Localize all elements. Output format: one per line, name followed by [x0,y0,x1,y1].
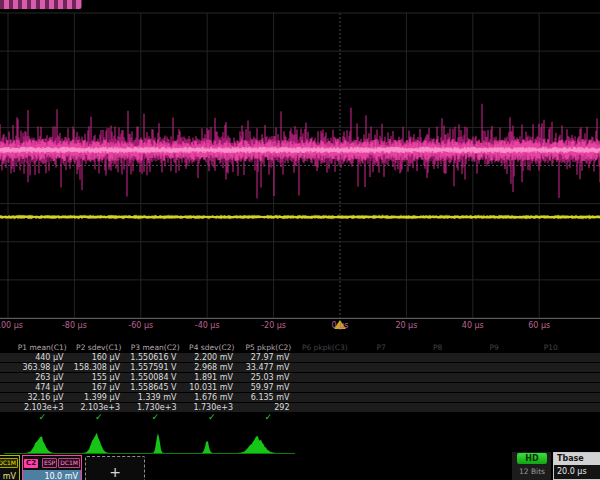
param-value: 2.103e+3 [71,403,128,412]
c1-coupling-tag: DC1M [0,458,18,468]
param-histicon[interactable] [233,436,281,453]
param-histicon[interactable] [80,433,112,453]
param-header[interactable]: P4 sdev(C2) [184,342,241,353]
timebase-descriptor[interactable]: Tbase 20.0 µs [553,452,600,480]
param-header[interactable]: P11 [579,342,600,353]
param-value: 1.557591 V [127,363,184,372]
param-header[interactable]: P9 [466,342,523,353]
param-value: 474 µV [14,383,71,392]
c1-vertical-scale: 20.0 mV [0,470,19,480]
param-value: 167 µV [71,383,128,392]
param-value [353,353,410,362]
time-tick-label: -100 µs [0,321,38,330]
param-value: 1.339 mV [127,393,184,402]
param-value: 6.135 mV [240,393,297,402]
param-histicon[interactable] [151,433,165,453]
param-value-row: 474 µV167 µV1.558645 V10.031 mV59.97 mV [0,383,600,393]
param-value [297,393,354,402]
param-header[interactable]: P6 pkpk(C3) [297,342,354,353]
param-header[interactable]: P3 mean(C2) [127,342,184,353]
param-status-check: ✓ [127,413,184,422]
param-value-row: 263 µV155 µV1.550084 V1.891 mV25.03 mV [0,373,600,383]
param-status-check: ✓ [71,413,128,422]
param-status-check: ✓ [184,413,241,422]
param-value [466,353,523,362]
param-value [466,403,523,412]
param-value: 33.477 mV [240,363,297,372]
param-value: 263 µV [14,373,71,382]
channel-c2-descriptor[interactable]: C2 ESP DC1M 10.0 mV [22,455,82,480]
param-value [297,403,354,412]
param-value: 1.891 mV [184,373,241,382]
param-value: 2.968 mV [184,363,241,372]
channel-c1-descriptor[interactable]: DC1M 20.0 mV [0,455,20,480]
param-header[interactable]: P8 [410,342,467,353]
param-value [410,353,467,362]
c2-vertical-scale: 10.0 mV [23,470,81,480]
time-tick-label: -20 µs [244,321,304,330]
param-value [297,383,354,392]
param-header[interactable]: P1 mean(C1) [14,342,71,353]
param-value [523,363,580,372]
param-value: 1.399 µV [71,393,128,402]
c2-esp-tag: ESP [42,458,57,468]
param-value-row: 440 µV160 µV1.550616 V2.200 mV27.97 mV [0,353,600,363]
param-value [353,393,410,402]
param-header[interactable]: P7 [353,342,410,353]
param-value [466,393,523,402]
param-value: 1.730e+3 [184,403,241,412]
time-tick-label: -60 µs [111,321,171,330]
time-tick-label: 60 µs [509,321,569,330]
param-value [410,373,467,382]
param-value: 1.558645 V [127,383,184,392]
param-histicon[interactable] [22,436,58,453]
param-value: 2.200 mV [184,353,241,362]
param-value [523,403,580,412]
resolution-bits-label: 12 Bits [512,467,552,476]
param-value: 160 µV [71,353,128,362]
param-value: 10.031 mV [184,383,241,392]
param-status-check: ✓ [14,413,71,422]
waveform-display [0,0,600,340]
param-value [523,383,580,392]
param-value [410,393,467,402]
param-value: 1.550616 V [127,353,184,362]
param-value-row: 363.98 µV158.308 µV1.557591 V2.968 mV33.… [0,363,600,373]
param-value: 59.97 mV [240,383,297,392]
param-header[interactable]: P5 pkpk(C2) [240,342,297,353]
add-trace-button[interactable]: + [85,456,145,480]
measurement-histicons[interactable] [0,426,600,456]
param-value: 158.308 µV [71,363,128,372]
plus-icon: + [109,464,121,480]
param-value [466,363,523,372]
param-value [466,373,523,382]
c2-coupling-tag: DC1M [58,458,80,468]
param-value: 27.97 mV [240,353,297,362]
param-value [353,363,410,372]
hd-mode-badge[interactable]: HD [517,453,547,464]
param-value [410,363,467,372]
param-value [410,383,467,392]
param-value: 292 [240,403,297,412]
time-tick-label: 0 µs [310,321,370,330]
oscilloscope-screen: -100 µs-80 µs-60 µs-40 µs-20 µs0 µs20 µs… [0,0,600,480]
param-value [523,393,580,402]
param-value [353,383,410,392]
param-value: 2.103e+3 [14,403,71,412]
param-value-row: 2.103e+32.103e+31.730e+31.730e+3292 [0,403,600,413]
param-value [353,373,410,382]
param-value [523,373,580,382]
time-tick-label: 20 µs [376,321,436,330]
param-value: 25.03 mV [240,373,297,382]
param-value [523,353,580,362]
param-header[interactable]: P2 sdev(C1) [71,342,128,353]
param-value [466,383,523,392]
param-value [353,403,410,412]
param-header[interactable]: P10 [523,342,580,353]
time-tick-label: 40 µs [443,321,503,330]
timebase-scale: 20.0 µs [554,465,600,479]
param-histicon[interactable] [199,441,215,453]
param-value [297,353,354,362]
param-value: 1.676 mV [184,393,241,402]
timebase-title: Tbase [554,453,600,465]
